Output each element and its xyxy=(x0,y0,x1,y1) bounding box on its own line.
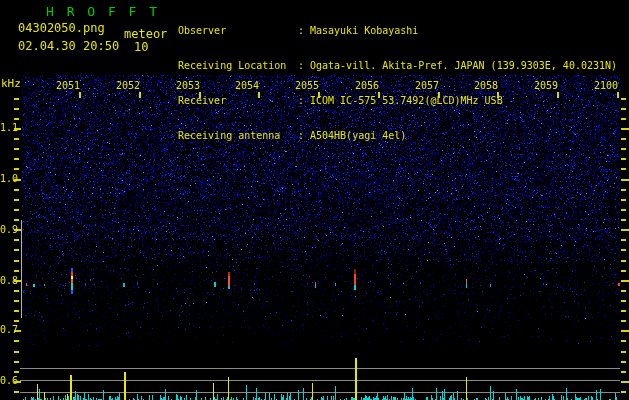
app-title: H R O F F T xyxy=(46,4,160,19)
time-tick-label: 2051 xyxy=(55,80,80,92)
interval-value: 10 xyxy=(134,40,148,54)
info-value: Masayuki Kobayashi xyxy=(310,24,418,37)
time-tick-label: 2052 xyxy=(115,80,140,92)
freq-unit-label: kHz xyxy=(1,77,21,90)
time-tick-label: 2058 xyxy=(473,80,498,92)
time-tick-label: 2059 xyxy=(533,80,558,92)
info-label: Receiving antenna xyxy=(178,129,298,142)
info-row-antenna: Receiving antenna:A504HB(yagi 4el) xyxy=(178,129,628,142)
info-row-location: Receiving Location:Ogata-vill. Akita-Pre… xyxy=(178,59,628,72)
freq-tick-label: 0.9 xyxy=(0,224,16,236)
info-label: Receiving Location xyxy=(178,59,298,72)
time-tick-label: 2053 xyxy=(175,80,200,92)
time-tick-label: 2055 xyxy=(294,80,319,92)
info-value: Ogata-vill. Akita-Pref. JAPAN (139.9303E… xyxy=(310,59,617,72)
time-tick-label: 2054 xyxy=(234,80,259,92)
info-colon: : xyxy=(298,24,310,37)
info-colon: : xyxy=(298,129,310,142)
info-row-receiver: Receiver:ICOM IC-575 53.7492(@LCD)MHz US… xyxy=(178,94,628,107)
freq-tick-label: 0.6 xyxy=(0,375,16,387)
info-value: ICOM IC-575 53.7492(@LCD)MHz USB xyxy=(310,94,503,107)
hrofft-output-screen: H R O F F T 04302050.png meteor 02.04.30… xyxy=(0,0,629,400)
time-tick-label: 2100 xyxy=(593,80,618,92)
time-tick-label: 2057 xyxy=(414,80,439,92)
info-row-observer: Observer:Masayuki Kobayashi xyxy=(178,24,628,37)
info-value: A504HB(yagi 4el) xyxy=(310,129,406,142)
time-tick-label: 2056 xyxy=(354,80,379,92)
freq-tick-label: 1.1 xyxy=(0,122,16,134)
datetime-label: 02.04.30 20:50 xyxy=(18,39,119,53)
mode-label: meteor xyxy=(124,27,167,41)
info-colon: : xyxy=(298,94,310,107)
freq-tick-label: 0.8 xyxy=(0,275,16,287)
info-label: Receiver xyxy=(178,94,298,107)
freq-tick-label: 0.7 xyxy=(0,324,16,336)
output-filename: 04302050.png xyxy=(18,21,105,35)
info-label: Observer xyxy=(178,24,298,37)
freq-tick-label: 1.0 xyxy=(0,173,16,185)
info-colon: : xyxy=(298,59,310,72)
